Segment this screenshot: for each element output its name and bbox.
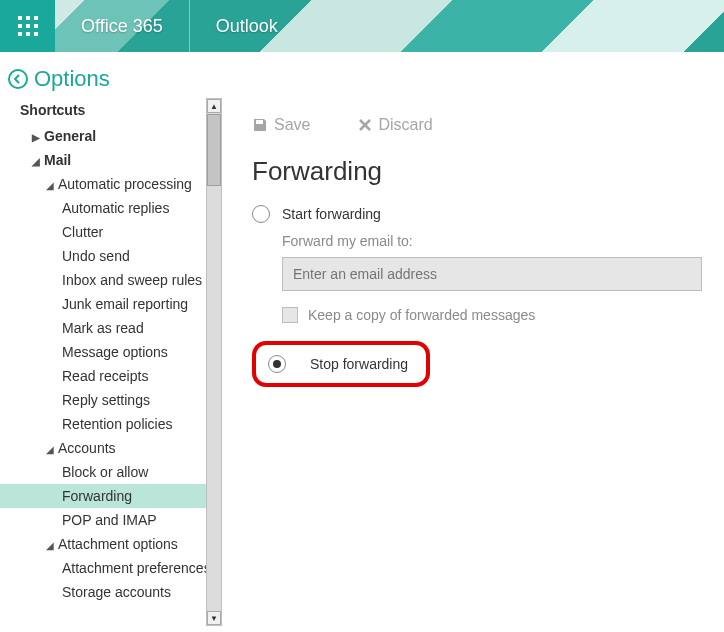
- scroll-thumb[interactable]: [207, 114, 221, 186]
- sidebar-item-clutter[interactable]: Clutter: [20, 220, 206, 244]
- sidebar-item-read-receipts[interactable]: Read receipts: [20, 364, 206, 388]
- sidebar-item-automatic-processing[interactable]: ◢Automatic processing: [20, 172, 206, 196]
- brand-office365[interactable]: Office 365: [55, 16, 189, 37]
- sidebar-item-attachment-preferences[interactable]: Attachment preferences: [20, 556, 206, 580]
- sidebar-item-mark-as-read[interactable]: Mark as read: [20, 316, 206, 340]
- sidebar-item-inbox-rules[interactable]: Inbox and sweep rules: [20, 268, 206, 292]
- svg-rect-3: [18, 24, 22, 28]
- forward-email-input[interactable]: [282, 257, 702, 291]
- brand-outlook[interactable]: Outlook: [189, 0, 304, 52]
- sidebar-scrollbar[interactable]: ▲ ▼: [206, 98, 222, 626]
- svg-rect-2: [34, 16, 38, 20]
- sidebar-item-junk-reporting[interactable]: Junk email reporting: [20, 292, 206, 316]
- options-back[interactable]: Options: [0, 52, 724, 98]
- toolbar: Save Discard: [252, 116, 712, 134]
- main-content: Save Discard Forwarding Start forwarding…: [222, 98, 724, 626]
- svg-rect-7: [26, 32, 30, 36]
- sidebar-item-mail[interactable]: ◢Mail: [20, 148, 206, 172]
- keep-copy-option[interactable]: Keep a copy of forwarded messages: [282, 307, 712, 323]
- stop-forwarding-label: Stop forwarding: [310, 356, 408, 372]
- svg-rect-0: [18, 16, 22, 20]
- sidebar-item-general[interactable]: ▶General: [20, 124, 206, 148]
- keep-copy-label: Keep a copy of forwarded messages: [308, 307, 535, 323]
- svg-rect-8: [34, 32, 38, 36]
- sidebar-item-automatic-replies[interactable]: Automatic replies: [20, 196, 206, 220]
- sidebar-item-reply-settings[interactable]: Reply settings: [20, 388, 206, 412]
- waffle-icon: [18, 16, 38, 36]
- save-button[interactable]: Save: [252, 116, 310, 134]
- svg-rect-1: [26, 16, 30, 20]
- options-label: Options: [34, 66, 110, 92]
- discard-icon: [358, 118, 372, 132]
- sidebar-item-storage-accounts[interactable]: Storage accounts: [20, 580, 206, 604]
- scroll-down-icon[interactable]: ▼: [207, 611, 221, 625]
- svg-rect-5: [34, 24, 38, 28]
- sidebar-item-forwarding[interactable]: Forwarding: [0, 484, 206, 508]
- sidebar-item-block-or-allow[interactable]: Block or allow: [20, 460, 206, 484]
- sidebar-item-undo-send[interactable]: Undo send: [20, 244, 206, 268]
- sidebar-title: Shortcuts: [20, 98, 206, 124]
- sidebar-item-message-options[interactable]: Message options: [20, 340, 206, 364]
- svg-rect-6: [18, 32, 22, 36]
- save-icon: [252, 117, 268, 133]
- app-launcher-button[interactable]: [0, 0, 55, 52]
- start-forwarding-label: Start forwarding: [282, 206, 381, 222]
- discard-button[interactable]: Discard: [358, 116, 432, 134]
- stop-forwarding-highlight: Stop forwarding: [252, 341, 430, 387]
- sidebar: Shortcuts ▶General ◢Mail ◢Automatic proc…: [0, 98, 206, 626]
- scroll-up-icon[interactable]: ▲: [207, 99, 221, 113]
- stop-forwarding-option[interactable]: Stop forwarding: [268, 355, 408, 373]
- radio-checked-icon: [268, 355, 286, 373]
- sidebar-item-retention-policies[interactable]: Retention policies: [20, 412, 206, 436]
- back-arrow-icon: [8, 69, 28, 89]
- forward-to-label: Forward my email to:: [282, 233, 712, 249]
- sidebar-item-attachment-options[interactable]: ◢Attachment options: [20, 532, 206, 556]
- app-header: Office 365 Outlook: [0, 0, 724, 52]
- svg-rect-4: [26, 24, 30, 28]
- radio-unchecked-icon: [252, 205, 270, 223]
- checkbox-unchecked-icon: [282, 307, 298, 323]
- sidebar-item-accounts[interactable]: ◢Accounts: [20, 436, 206, 460]
- start-forwarding-option[interactable]: Start forwarding: [252, 205, 712, 223]
- sidebar-item-pop-imap[interactable]: POP and IMAP: [20, 508, 206, 532]
- page-title: Forwarding: [252, 156, 712, 187]
